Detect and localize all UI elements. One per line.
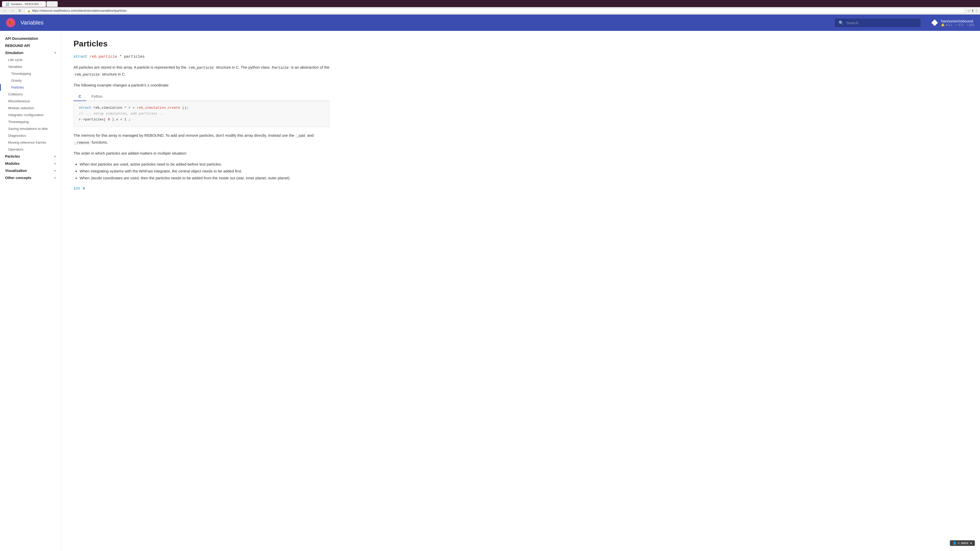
version-badge[interactable]: 📘 v: latest ▼: [950, 540, 975, 546]
sidebar-item-label: Simulation: [5, 51, 24, 55]
star-count: 572: [959, 23, 964, 27]
active-tab[interactable]: 🔄 Variables - REBOUND ✕: [2, 1, 46, 7]
sidebar-item-particles-sub[interactable]: Particles: [0, 84, 61, 91]
new-tab[interactable]: +: [46, 1, 58, 7]
lock-icon: 🔒: [27, 10, 30, 12]
sidebar-item-label: Diagnostics: [8, 134, 26, 138]
chevron-right-icon: ▸: [54, 155, 56, 158]
int-label: N: [83, 186, 85, 191]
sidebar-item-variables[interactable]: Variables: [0, 63, 61, 70]
tab-python-label: Python: [91, 94, 103, 98]
chevron-right-icon: ▸: [54, 176, 56, 179]
reload-button[interactable]: ↻: [18, 8, 22, 13]
code-type: reb_simulation: [94, 106, 122, 110]
diamond-icon: [931, 19, 938, 26]
sidebar-item-visualization[interactable]: Visualization ▸: [0, 167, 61, 174]
code-signature: struct reb_particle * particles: [73, 55, 330, 59]
functions-text: functions.: [92, 140, 108, 144]
inline-code-1: reb_particle: [188, 65, 215, 70]
user-meta: 🔔 4.0.1 ☆ 572 ⑂ 203: [941, 23, 974, 27]
fork-count: 203: [969, 23, 974, 27]
sidebar-item-timestepping[interactable]: Timestepping: [0, 70, 61, 77]
sidebar-item-life-cycle[interactable]: Life cycle: [0, 56, 61, 63]
sidebar-item-simulation[interactable]: Simulation ▾: [0, 49, 61, 56]
sidebar-item-label: Other concepts: [5, 176, 32, 180]
sidebar-item-diagnostics[interactable]: Diagnostics: [0, 132, 61, 139]
sidebar-item-label: Visualization: [5, 168, 27, 173]
search-input[interactable]: [846, 21, 917, 25]
address-text: https://rebound.readthedocs.io/en/latest…: [32, 9, 127, 13]
tab-c[interactable]: C: [73, 92, 86, 101]
download-icon[interactable]: ⬇: [971, 9, 974, 13]
tab-python[interactable]: Python: [86, 92, 108, 101]
code-line-1: struct reb_simulation * r = reb_simulati…: [79, 105, 325, 111]
version-number: 4.0.1: [945, 23, 953, 27]
sidebar-item-collisions[interactable]: Collisions: [0, 91, 61, 98]
code-remove: _remove: [73, 141, 91, 145]
inline-code-3: reb_particle: [73, 73, 101, 77]
page-wrapper: 🏀 Variables 🔍 hannorein/rebound 🔔 4.0.1 …: [0, 14, 980, 550]
intro-paragraph: All particles are stored in this array. …: [73, 64, 330, 78]
intro-text-3: is an abstraction of the: [291, 65, 329, 69]
tab-close[interactable]: ✕: [40, 3, 42, 6]
sidebar-item-operators[interactable]: Operators: [0, 146, 61, 153]
code-rest: * particles: [119, 55, 145, 59]
sidebar-item-rebound-api[interactable]: REBOUND API: [0, 42, 61, 49]
search-box[interactable]: 🔍: [834, 18, 921, 27]
version-icon: 🔔: [941, 23, 945, 27]
sidebar-item-moving-reference-frames[interactable]: Moving reference frames: [0, 139, 61, 146]
sidebar-item-label: Collisions: [8, 92, 23, 96]
sidebar-item-label: Miscellaneous: [8, 99, 30, 103]
tab-label: Variables - REBOUND: [11, 3, 39, 6]
content-area: API Documentation REBOUND API Simulation…: [0, 31, 980, 550]
main-content: Particles struct reb_particle * particle…: [61, 31, 342, 550]
browser-tabs: 🔄 Variables - REBOUND ✕ +: [2, 1, 58, 7]
chevron-down-icon: ▾: [54, 51, 56, 55]
code-fn: reb_simulation_create: [137, 106, 180, 110]
sidebar-item-saving-simulations[interactable]: Saving simulations to disk: [0, 125, 61, 132]
sidebar-item-label: Moving reference frames: [8, 141, 46, 144]
sidebar-item-particles-top[interactable]: Particles ▸: [0, 153, 61, 160]
sidebar-item-modules[interactable]: Modules ▸: [0, 160, 61, 167]
version-info: 🔔 4.0.1: [941, 23, 953, 27]
star-icon: ☆: [955, 23, 958, 27]
menu-icon[interactable]: ⋮: [975, 9, 978, 13]
code-comment: // ... setup simulation, add particles .…: [79, 112, 165, 116]
browser-chrome: 🔄 Variables - REBOUND ✕ +: [0, 0, 980, 7]
sidebar-item-label: Particles: [11, 86, 24, 89]
forward-button[interactable]: →: [10, 8, 15, 13]
int-keyword: int: [73, 186, 80, 191]
back-button[interactable]: ←: [2, 8, 8, 13]
version-badge-icon: 📘: [953, 541, 956, 545]
sidebar-item-gravity[interactable]: Gravity: [0, 77, 61, 84]
address-bar[interactable]: 🔒 https://rebound.readthedocs.io/en/late…: [24, 8, 966, 13]
intro-text-2: structure in C. The python class: [216, 65, 270, 69]
user-name: hannorein/rebound: [941, 19, 974, 23]
brand-logo: 🏀: [8, 20, 14, 25]
user-info: hannorein/rebound 🔔 4.0.1 ☆ 572 ⑂ 203: [941, 19, 974, 27]
intro-text-1: All particles are stored in this array. …: [73, 65, 186, 69]
sidebar-item-timestepping2[interactable]: Timestepping: [0, 118, 61, 125]
sidebar-item-other-concepts[interactable]: Other concepts ▸: [0, 174, 61, 181]
user-section: hannorein/rebound 🔔 4.0.1 ☆ 572 ⑂ 203: [931, 19, 974, 27]
bookmark-icon[interactable]: ☆: [967, 9, 970, 13]
list-item: When Jacobi coordinates are used, then t…: [80, 175, 330, 181]
fork-icon: ⑂: [966, 23, 968, 27]
sidebar-item-api-documentation[interactable]: API Documentation: [0, 35, 61, 42]
sidebar-item-label: Integrator configuration: [8, 113, 44, 117]
chevron-right-icon: ▸: [54, 162, 56, 165]
brand-title: Variables: [21, 19, 43, 26]
sidebar-item-label: Timestepping: [8, 120, 29, 124]
code-block: struct reb_simulation * r = reb_simulati…: [73, 101, 330, 127]
memory-text: The memory for this array is managed by …: [73, 133, 294, 138]
sidebar-item-miscellaneous[interactable]: Miscellaneous: [0, 98, 61, 105]
sidebar-item-integrator-configuration[interactable]: Integrator configuration: [0, 111, 61, 118]
page-title: Particles: [73, 39, 330, 48]
tab-c-label: C: [79, 94, 81, 98]
brand-icon: 🏀: [6, 18, 15, 27]
add-tab-button[interactable]: +: [50, 2, 54, 6]
sidebar-item-module-selection[interactable]: Module selection: [0, 105, 61, 111]
code-struct-kw: struct: [79, 106, 91, 110]
code-tabs: C Python: [73, 92, 330, 101]
toolbar-actions: ☆ ⬇ ⋮: [967, 9, 978, 13]
